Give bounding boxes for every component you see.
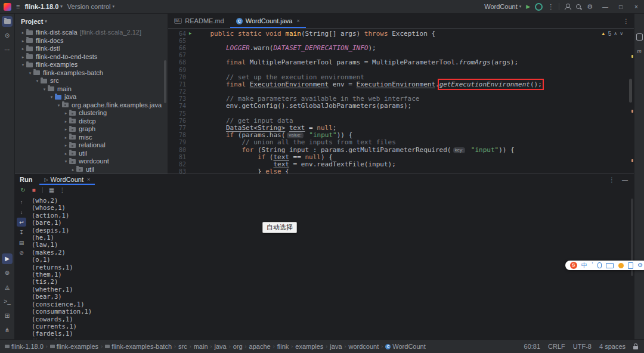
- code-line-83[interactable]: 83 } else {: [168, 168, 634, 174]
- code-line-67[interactable]: 67: [168, 52, 634, 59]
- vcs-widget[interactable]: Version control ▾: [67, 3, 114, 10]
- prev-occurrence-icon[interactable]: ↑: [17, 197, 26, 206]
- code-line-73[interactable]: 73 // make parameters available in the w…: [168, 95, 634, 103]
- chinese-mode-icon[interactable]: 中: [581, 262, 587, 268]
- tree-chevron-icon[interactable]: ▸: [20, 37, 26, 45]
- code-line-72[interactable]: 72: [168, 88, 634, 95]
- code-line-68[interactable]: 68 final MultipleParameterTool params = …: [168, 59, 634, 66]
- tree-item-flink-examples[interactable]: ▾flink-examples: [15, 61, 168, 69]
- warning-stripe-mark[interactable]: [631, 159, 633, 162]
- code-line-75[interactable]: 75: [168, 110, 634, 117]
- main-menu-icon[interactable]: ≡: [16, 4, 20, 10]
- mic-icon[interactable]: [597, 262, 602, 268]
- tree-chevron-icon[interactable]: ▸: [63, 125, 69, 134]
- account-icon[interactable]: [564, 4, 571, 10]
- project-selector[interactable]: flink-1.18.0 ▾: [24, 3, 62, 10]
- layout-settings-icon[interactable]: ▦: [47, 185, 56, 194]
- clear-all-icon[interactable]: ⊘: [17, 248, 26, 257]
- close-tab-icon[interactable]: ×: [87, 176, 90, 182]
- editor-scrollbar[interactable]: [629, 79, 632, 103]
- code-line-65[interactable]: 65: [168, 37, 634, 44]
- tree-chevron-icon[interactable]: ▾: [27, 69, 33, 78]
- tree-item-graph[interactable]: ▸graph: [15, 125, 168, 134]
- tree-chevron-icon[interactable]: ▸: [20, 29, 26, 37]
- tree-chevron-icon[interactable]: ▸: [63, 109, 69, 117]
- breadcrumb-item[interactable]: flink-1.18.0: [5, 343, 44, 350]
- code-line-64[interactable]: 64▶ public static void main(String[] arg…: [168, 30, 634, 37]
- tree-item-wordcount[interactable]: ▾wordcount: [15, 157, 168, 166]
- soft-wrap-icon[interactable]: ↩: [17, 218, 26, 227]
- tree-item-flink-examples-batch[interactable]: ▾flink-examples-batch: [15, 69, 168, 78]
- next-occurrence-icon[interactable]: ↓: [17, 208, 26, 216]
- prev-problem-icon[interactable]: ∧: [614, 31, 617, 36]
- line-separator[interactable]: CRLF: [548, 343, 565, 350]
- console-output[interactable]: (who,2)(whose,1)(action,1)(bare,1)(despi…: [28, 195, 634, 339]
- terminal-icon[interactable]: >_: [2, 296, 13, 307]
- debug-icon[interactable]: ⊚: [2, 268, 13, 278]
- minimize-button[interactable]: —: [597, 0, 613, 13]
- breadcrumb-item[interactable]: src: [178, 343, 187, 350]
- breadcrumb-item[interactable]: flink: [277, 343, 289, 350]
- breadcrumb-item[interactable]: wordcount: [349, 343, 379, 350]
- next-problem-icon[interactable]: ∨: [620, 31, 623, 36]
- close-tab-icon[interactable]: ×: [296, 18, 299, 24]
- maximize-button[interactable]: □: [613, 0, 628, 13]
- code-line-69[interactable]: 69: [168, 66, 634, 73]
- hide-panel-icon[interactable]: —: [622, 176, 628, 183]
- tree-item-flink-end-to-end-tests[interactable]: ▸flink-end-to-end-tests: [15, 53, 168, 61]
- run-icon[interactable]: ▶: [2, 253, 13, 264]
- code-line-80[interactable]: 80 for (String input : params.getMultiPa…: [168, 146, 634, 153]
- tree-chevron-icon[interactable]: ▾: [41, 85, 48, 94]
- version-control-icon[interactable]: ⋔: [2, 325, 13, 336]
- tree-item-java[interactable]: ▾java: [15, 93, 168, 101]
- warning-stripe-mark[interactable]: [631, 55, 633, 58]
- breadcrumb-item[interactable]: org: [233, 343, 243, 350]
- tab-options-icon[interactable]: ⋮: [618, 14, 634, 28]
- code-line-74[interactable]: 74 env.getConfig().setGlobalJobParameter…: [168, 103, 634, 110]
- tree-item-relational[interactable]: ▸relational: [15, 141, 168, 150]
- tree-chevron-icon[interactable]: ▸: [63, 141, 69, 150]
- tree-item-src[interactable]: ▾src: [15, 77, 168, 85]
- caret-position[interactable]: 60:81: [524, 343, 541, 350]
- breadcrumb-item[interactable]: flink-examples: [50, 343, 98, 350]
- warning-stripe-mark[interactable]: [631, 110, 633, 113]
- tree-item-misc[interactable]: ▸misc: [15, 134, 168, 142]
- tab-wordcount[interactable]: C WordCount.java ×: [230, 14, 306, 28]
- code-line-81[interactable]: 81 if (text == null) {: [168, 153, 634, 160]
- maven-icon[interactable]: m: [635, 47, 643, 55]
- close-button[interactable]: ×: [628, 0, 644, 13]
- clipboard-icon[interactable]: [628, 262, 633, 269]
- code-line-82[interactable]: 82 text = env.readTextFile(input);: [168, 160, 634, 168]
- tree-item-util[interactable]: ▸util: [15, 166, 168, 174]
- run-configuration-selector[interactable]: WordCount ▾: [484, 3, 521, 10]
- breadcrumb-item[interactable]: examples: [295, 343, 323, 350]
- breadcrumb-item[interactable]: flink-examples-batch: [105, 343, 172, 350]
- stop-icon[interactable]: ■: [29, 185, 38, 194]
- breadcrumb-item[interactable]: main: [194, 343, 208, 350]
- breadcrumb-item[interactable]: java: [330, 343, 342, 350]
- print-icon[interactable]: ▤: [17, 238, 26, 247]
- services-icon[interactable]: ⊞: [2, 311, 13, 321]
- tree-chevron-icon[interactable]: ▸: [63, 117, 69, 126]
- breadcrumb-item[interactable]: CWordCount: [385, 343, 425, 350]
- settings-gear-icon[interactable]: ⚙: [587, 4, 593, 10]
- breadcrumb-item[interactable]: java: [215, 343, 227, 350]
- code-line-78[interactable]: 78 if (params.has(value: "input")) {: [168, 132, 634, 139]
- tree-chevron-icon[interactable]: ▾: [63, 157, 69, 166]
- toolbox-icon[interactable]: ⚙: [637, 262, 643, 268]
- tree-chevron-icon[interactable]: ▸: [63, 150, 69, 158]
- tree-item-util[interactable]: ▸util: [15, 150, 168, 158]
- code-editor[interactable]: 64▶ public static void main(String[] arg…: [168, 29, 634, 174]
- tree-chevron-icon[interactable]: ▸: [20, 45, 26, 53]
- read-only-lock-icon[interactable]: [633, 346, 638, 349]
- run-tab-wordcount[interactable]: ▷ WordCount ×: [39, 174, 95, 185]
- more-options-icon[interactable]: ⋮: [58, 185, 67, 194]
- profiler-icon[interactable]: [535, 3, 543, 11]
- run-options-icon[interactable]: ⋮: [609, 176, 615, 183]
- tree-item-flink-dist-scala[interactable]: ▸flink-dist-scala [flink-dist-scala_2.12…: [15, 29, 168, 37]
- code-line-70[interactable]: 70 // set up the execution environment: [168, 73, 634, 80]
- tree-item-flink-docs[interactable]: ▸flink-docs: [15, 37, 168, 45]
- project-icon[interactable]: [2, 16, 13, 27]
- rerun-icon[interactable]: ↻: [18, 185, 27, 194]
- code-line-71[interactable]: 71 final ExecutionEnvironment env = Exec…: [168, 80, 634, 88]
